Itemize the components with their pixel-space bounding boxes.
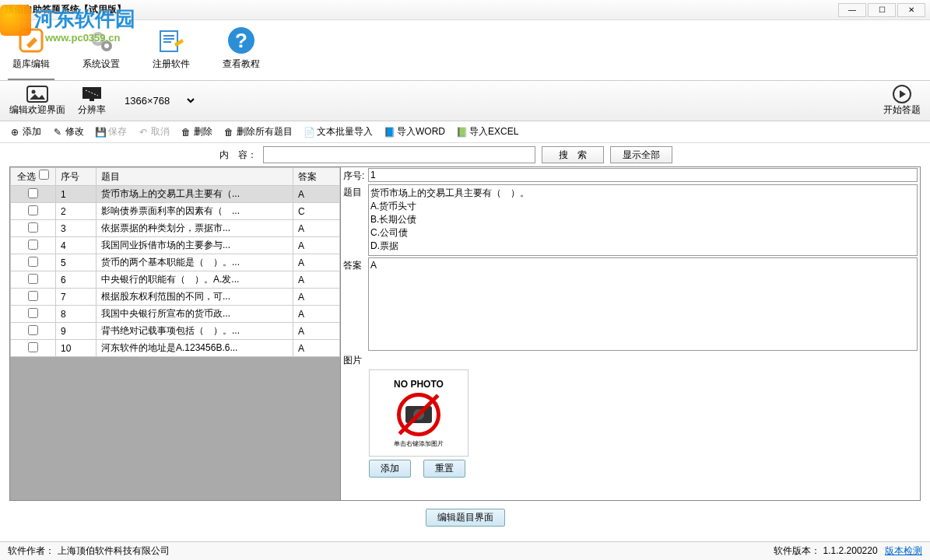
import-text-button[interactable]: 📄文本批量导入 [304, 125, 373, 138]
row-no: 9 [56, 323, 97, 340]
gear-icon [84, 23, 118, 58]
table-row[interactable]: 2影响债券票面利率的因素有（ ...C [11, 203, 340, 220]
row-answer: A [293, 289, 340, 306]
table-row[interactable]: 8我国中央银行所宣布的货币政...A [11, 306, 340, 323]
table-row[interactable]: 1货币市场上的交易工具主要有（...A [11, 186, 340, 203]
row-no: 8 [56, 306, 97, 323]
row-checkbox[interactable] [28, 222, 38, 233]
tab-question-bank[interactable]: 题库编辑 [8, 23, 54, 80]
edit-button[interactable]: ✎修改 [52, 125, 84, 138]
table-row[interactable]: 10河东软件的地址是A.123456B.6...A [11, 340, 340, 357]
row-no: 1 [56, 186, 97, 203]
svg-point-9 [32, 90, 36, 94]
tab-system-settings[interactable]: 系统设置 [78, 23, 125, 80]
col-answer[interactable]: 答案 [293, 168, 340, 186]
statusbar: 软件作者： 上海顶伯软件科技有限公司 软件版本： 1.1.2.200220 版本… [0, 541, 930, 560]
svg-rect-11 [89, 99, 94, 101]
col-no[interactable]: 序号 [56, 168, 97, 186]
edit-icon [14, 23, 48, 58]
action-bar: ⊕添加 ✎修改 💾保存 ↶取消 🗑删除 🗑删除所有题目 📄文本批量导入 📘导入W… [0, 121, 930, 143]
excel-icon: 📗 [456, 127, 467, 138]
question-list-panel: 全选 序号 题目 答案 1货币市场上的交易工具主要有（...A2影响债券票面利率… [10, 167, 341, 500]
table-row[interactable]: 3依据票据的种类划分，票据市...A [11, 220, 340, 237]
help-icon: ? [224, 23, 258, 58]
tab-label: 注册软件 [153, 58, 190, 71]
table-row[interactable]: 4我国同业拆借市场的主要参与...A [11, 237, 340, 254]
import-word-button[interactable]: 📘导入WORD [384, 125, 445, 138]
save-button[interactable]: 💾保存 [95, 125, 127, 138]
close-button[interactable]: ✕ [897, 3, 925, 17]
row-no: 2 [56, 203, 97, 220]
topic-textarea[interactable] [368, 184, 918, 256]
tab-label: 查看教程 [223, 58, 260, 71]
search-button[interactable]: 搜 索 [542, 146, 604, 163]
row-checkbox[interactable] [28, 240, 38, 250]
row-answer: A [293, 306, 340, 323]
topic-label: 题目 [343, 184, 368, 199]
table-row[interactable]: 9背书绝对记载事项包括（ ）。...A [11, 323, 340, 340]
edit-welcome-button[interactable]: 编辑欢迎界面 [9, 85, 65, 117]
play-icon [890, 85, 914, 103]
trash-icon: 🗑 [181, 127, 191, 138]
row-checkbox[interactable] [28, 308, 38, 318]
edit-question-ui-button[interactable]: 编辑题目界面 [426, 509, 505, 527]
row-checkbox[interactable] [28, 188, 38, 198]
resolution-button[interactable]: 分辨率 [78, 85, 106, 117]
search-input[interactable] [263, 146, 535, 163]
empty-area [10, 357, 340, 500]
photo-placeholder[interactable]: NO PHOTO 单击右键添加图片 [369, 369, 469, 457]
tab-label: 题库编辑 [12, 58, 50, 71]
col-topic[interactable]: 题目 [97, 168, 293, 186]
search-label: 内 容： [219, 149, 257, 162]
detail-panel: 序号: 题目 答案 A 图片 NO PHOTO 单击右键添加图片 添加 重置 [341, 167, 920, 500]
cancel-button[interactable]: ↶取消 [138, 125, 170, 138]
maximize-button[interactable]: ☐ [868, 3, 896, 17]
plus-icon: ⊕ [9, 127, 20, 138]
add-button[interactable]: ⊕添加 [9, 125, 41, 138]
table-row[interactable]: 7根据股东权利范围的不同，可...A [11, 289, 340, 306]
row-answer: A [293, 186, 340, 203]
image-icon [26, 85, 49, 103]
import-excel-button[interactable]: 📗导入EXCEL [456, 125, 518, 138]
save-icon: 💾 [95, 127, 106, 138]
select-all-checkbox[interactable] [39, 170, 49, 180]
seq-label: 序号: [343, 168, 368, 183]
row-topic: 我国中央银行所宣布的货币政... [97, 306, 293, 323]
row-topic: 我国同业拆借市场的主要参与... [97, 237, 293, 254]
show-all-button[interactable]: 显示全部 [610, 146, 672, 163]
minimize-button[interactable]: — [838, 3, 866, 17]
row-checkbox[interactable] [28, 205, 38, 215]
row-checkbox[interactable] [28, 325, 38, 335]
row-checkbox[interactable] [28, 274, 38, 284]
photo-add-button[interactable]: 添加 [369, 460, 411, 478]
row-topic: 依据票据的种类划分，票据市... [97, 220, 293, 237]
row-checkbox[interactable] [28, 257, 38, 267]
table-row[interactable]: 5货币的两个基本职能是（ ）。...A [11, 254, 340, 271]
answer-label: 答案 [343, 257, 368, 272]
row-topic: 影响债券票面利率的因素有（ ... [97, 203, 293, 220]
resolution-select[interactable]: 1366×768 [118, 93, 197, 109]
row-answer: A [293, 323, 340, 340]
start-quiz-button[interactable]: 开始答题 [883, 85, 921, 117]
photo-reset-button[interactable]: 重置 [423, 460, 465, 478]
col-select-all[interactable]: 全选 [11, 168, 56, 186]
tab-tutorial[interactable]: ? 查看教程 [218, 23, 265, 80]
register-icon [154, 23, 188, 58]
row-answer: A [293, 271, 340, 289]
row-checkbox[interactable] [28, 342, 38, 352]
table-row[interactable]: 6中央银行的职能有（ ）。A.发...A [11, 271, 340, 289]
row-answer: A [293, 220, 340, 237]
row-topic: 中央银行的职能有（ ）。A.发... [97, 271, 293, 289]
author-value: 上海顶伯软件科技有限公司 [58, 544, 170, 558]
row-answer: C [293, 203, 340, 220]
answer-textarea[interactable]: A [368, 257, 918, 351]
version-check-link[interactable]: 版本检测 [885, 545, 922, 556]
version-value: 1.1.2.200220 [823, 545, 878, 556]
delete-button[interactable]: 🗑删除 [181, 125, 212, 138]
row-checkbox[interactable] [28, 291, 38, 301]
svg-point-4 [104, 44, 109, 48]
delete-all-button[interactable]: 🗑删除所有题目 [223, 125, 293, 138]
tab-register[interactable]: 注册软件 [148, 23, 195, 80]
seq-input[interactable] [368, 168, 918, 182]
sub-toolbar: 编辑欢迎界面 分辨率 1366×768 开始答题 [0, 81, 930, 121]
